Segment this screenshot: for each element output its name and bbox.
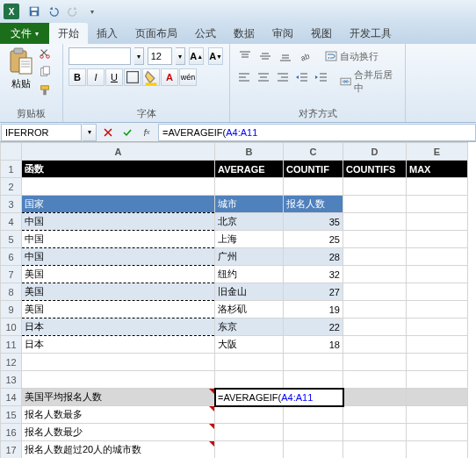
- tab-developer[interactable]: 开发工具: [341, 23, 400, 44]
- align-bottom-icon[interactable]: [276, 47, 295, 65]
- row-header[interactable]: 2: [1, 178, 22, 196]
- col-header-A[interactable]: A: [22, 143, 215, 161]
- name-box[interactable]: IFERROR: [1, 124, 82, 141]
- tab-file[interactable]: 文件▾: [0, 23, 49, 44]
- row-header[interactable]: 6: [1, 248, 22, 266]
- cell[interactable]: [284, 424, 343, 441]
- cell[interactable]: [407, 424, 468, 441]
- cell[interactable]: [284, 178, 343, 196]
- row-header[interactable]: 13: [1, 371, 22, 389]
- cell[interactable]: [343, 283, 407, 301]
- cell[interactable]: [343, 406, 407, 424]
- cell[interactable]: 纽约: [215, 266, 284, 283]
- tab-formulas[interactable]: 公式: [186, 23, 225, 44]
- cell[interactable]: 北京: [215, 213, 284, 231]
- chevron-down-icon[interactable]: ▾: [176, 47, 185, 65]
- col-header-E[interactable]: E: [407, 143, 468, 161]
- cell[interactable]: 中国: [22, 248, 215, 266]
- cell[interactable]: [407, 248, 468, 266]
- align-top-icon[interactable]: [235, 47, 255, 65]
- cell[interactable]: COUNTIFS: [343, 161, 407, 178]
- cell[interactable]: [407, 406, 468, 424]
- cell[interactable]: [343, 266, 407, 283]
- row-header[interactable]: 1: [1, 161, 22, 178]
- cell[interactable]: [407, 178, 468, 196]
- row-header[interactable]: 4: [1, 213, 22, 231]
- cell[interactable]: [22, 178, 215, 196]
- decrease-indent-icon[interactable]: [292, 68, 311, 86]
- tab-review[interactable]: 审阅: [263, 23, 302, 44]
- save-icon[interactable]: [25, 3, 43, 20]
- font-name-select[interactable]: [69, 47, 131, 65]
- select-all-corner[interactable]: [1, 143, 22, 161]
- col-header-C[interactable]: C: [284, 143, 343, 161]
- cell[interactable]: [215, 178, 284, 196]
- qat-customize-icon[interactable]: ▾: [83, 3, 101, 20]
- cell[interactable]: 32: [284, 266, 343, 283]
- tab-page-layout[interactable]: 页面布局: [126, 23, 186, 44]
- cell[interactable]: AVERAGE: [215, 161, 284, 178]
- cell[interactable]: 上海: [215, 231, 284, 248]
- row-header[interactable]: 17: [1, 441, 22, 459]
- cell[interactable]: 广州: [215, 248, 284, 266]
- increase-indent-icon[interactable]: [312, 68, 330, 86]
- row-header[interactable]: 7: [1, 266, 22, 283]
- cell[interactable]: [343, 231, 407, 248]
- row-header[interactable]: 11: [1, 336, 22, 354]
- chevron-down-icon[interactable]: ▾: [134, 47, 144, 65]
- cell[interactable]: 美国: [22, 283, 215, 301]
- row-header[interactable]: 16: [1, 424, 22, 441]
- row-header[interactable]: 8: [1, 283, 22, 301]
- cell[interactable]: 国家: [22, 196, 215, 213]
- cell[interactable]: 美国: [22, 301, 215, 318]
- cell[interactable]: [343, 248, 407, 266]
- align-right-icon[interactable]: [274, 68, 292, 86]
- cancel-formula-icon[interactable]: [98, 124, 118, 141]
- cell[interactable]: 美国: [22, 266, 215, 283]
- underline-button[interactable]: U: [105, 68, 123, 86]
- cell[interactable]: 东京: [215, 318, 284, 336]
- decrease-font-icon[interactable]: A▼: [208, 47, 223, 65]
- cell[interactable]: [407, 371, 468, 389]
- cell[interactable]: [343, 301, 407, 318]
- cell[interactable]: [215, 354, 284, 371]
- row-header[interactable]: 15: [1, 406, 22, 424]
- worksheet-grid[interactable]: A B C D E 1 函数 AVERAGE COUNTIF COUNTIFS …: [0, 142, 476, 458]
- phonetic-button[interactable]: wén: [179, 68, 197, 86]
- row-header[interactable]: 3: [1, 196, 22, 213]
- col-header-D[interactable]: D: [343, 143, 407, 161]
- cell[interactable]: 洛杉矶: [215, 301, 284, 318]
- insert-function-icon[interactable]: fx: [137, 124, 156, 141]
- cell[interactable]: 报名人数最多: [22, 406, 215, 424]
- cell[interactable]: [343, 196, 407, 213]
- cell[interactable]: 旧金山: [215, 283, 284, 301]
- formula-input[interactable]: =AVERAGEIF(A4:A11: [158, 124, 476, 141]
- cell[interactable]: [284, 354, 343, 371]
- cell[interactable]: [343, 389, 407, 406]
- cell[interactable]: [343, 441, 407, 459]
- row-header[interactable]: 5: [1, 231, 22, 248]
- cell[interactable]: 19: [284, 301, 343, 318]
- tab-home[interactable]: 开始: [49, 23, 88, 44]
- cell[interactable]: [284, 441, 343, 459]
- cell[interactable]: [407, 389, 468, 406]
- row-header[interactable]: 12: [1, 354, 22, 371]
- cell[interactable]: [407, 196, 468, 213]
- cell[interactable]: COUNTIF: [284, 161, 343, 178]
- cell[interactable]: [407, 213, 468, 231]
- copy-icon[interactable]: [39, 66, 51, 81]
- tab-view[interactable]: 视图: [302, 23, 341, 44]
- name-box-dropdown[interactable]: ▾: [83, 124, 97, 141]
- tab-insert[interactable]: 插入: [88, 23, 126, 44]
- wrap-text-button[interactable]: 自动换行: [325, 47, 379, 65]
- bold-button[interactable]: B: [69, 68, 86, 86]
- cell[interactable]: 函数: [22, 161, 215, 178]
- fill-color-button[interactable]: [142, 68, 160, 86]
- orientation-icon[interactable]: ab: [296, 47, 315, 65]
- cell[interactable]: [215, 424, 284, 441]
- cell[interactable]: 18: [284, 336, 343, 354]
- redo-icon[interactable]: [64, 3, 82, 20]
- cell[interactable]: 22: [284, 318, 343, 336]
- align-center-icon[interactable]: [255, 68, 273, 86]
- cell[interactable]: 报名人数: [284, 196, 343, 213]
